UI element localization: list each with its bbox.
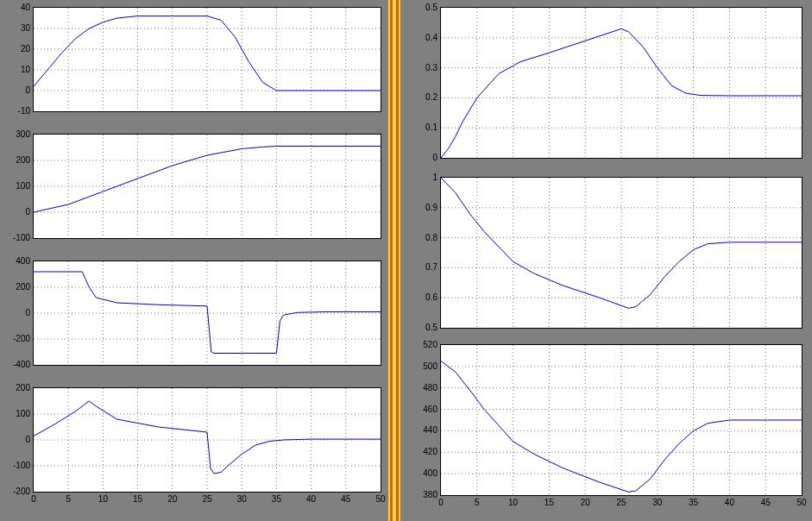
- axes-L4: -200-100010020005101520253035404550: [33, 387, 381, 493]
- xtick-label: 0: [23, 494, 44, 504]
- ytick-label: -400: [4, 360, 30, 369]
- axes-R1: 00.10.20.30.40.5: [440, 7, 803, 159]
- ytick-label: 0.8: [412, 233, 437, 242]
- xtick-label: 35: [683, 498, 704, 507]
- ytick-label: 200: [4, 282, 30, 292]
- xtick-label: 5: [58, 494, 79, 504]
- xtick-label: 0: [431, 498, 451, 507]
- ytick-label: 20: [4, 44, 30, 53]
- ytick-label: 10: [4, 65, 30, 74]
- xtick-label: 15: [538, 498, 559, 507]
- xtick-label: 20: [575, 498, 595, 507]
- xtick-label: 25: [611, 498, 632, 507]
- ytick-label: 0: [4, 435, 30, 444]
- ytick-label: 0.4: [412, 33, 437, 42]
- ytick-label: 30: [4, 23, 30, 33]
- xtick-label: 20: [162, 494, 183, 504]
- xtick-label: 45: [336, 494, 356, 504]
- xtick-label: 15: [128, 494, 148, 504]
- ytick-label: 400: [4, 256, 30, 266]
- ytick-label: -100: [4, 233, 30, 242]
- series-R3: [441, 361, 802, 493]
- ytick-label: 460: [412, 405, 437, 414]
- pane-divider: [388, 0, 400, 521]
- ytick-label: 0.6: [412, 292, 437, 302]
- axes-L1: -10010203040: [33, 7, 381, 112]
- right-pane: 00.10.20.30.40.50.50.60.70.80.9138040042…: [400, 0, 812, 521]
- series-R1: [441, 28, 802, 158]
- xtick-label: 50: [791, 498, 812, 507]
- ytick-label: 520: [412, 340, 437, 349]
- left-pane: -10010203040-1000100200300-400-200020040…: [0, 0, 388, 521]
- axes-L2: -1000100200300: [33, 134, 381, 239]
- ytick-label: 480: [412, 383, 437, 392]
- ytick-label: 200: [4, 155, 30, 165]
- ytick-label: -200: [4, 334, 30, 343]
- ytick-label: 400: [412, 468, 437, 478]
- ytick-label: -100: [4, 461, 30, 470]
- xtick-label: 35: [266, 494, 286, 504]
- ytick-label: 0.3: [412, 63, 437, 72]
- ytick-label: 0: [4, 308, 30, 317]
- xtick-label: 25: [197, 494, 217, 504]
- ytick-label: 100: [4, 181, 30, 191]
- ytick-label: 200: [4, 383, 30, 392]
- axes-R2: 0.50.60.70.80.91: [440, 177, 803, 329]
- ytick-label: 0.5: [412, 3, 437, 12]
- ytick-label: 0: [4, 207, 30, 217]
- ytick-label: 0: [412, 153, 437, 162]
- xtick-label: 40: [301, 494, 322, 504]
- xtick-label: 5: [467, 498, 488, 507]
- xtick-label: 45: [755, 498, 776, 507]
- ytick-label: 100: [4, 409, 30, 418]
- xtick-label: 30: [647, 498, 668, 507]
- ytick-label: -10: [4, 106, 30, 116]
- ytick-label: 0.2: [412, 92, 437, 102]
- xtick-label: 40: [719, 498, 740, 507]
- ytick-label: 300: [4, 129, 30, 139]
- xtick-label: 10: [503, 498, 524, 507]
- axes-R3: 3804004204404604805005200510152025303540…: [440, 344, 803, 496]
- ytick-label: 0.5: [412, 323, 437, 332]
- ytick-label: 0: [4, 85, 30, 95]
- xtick-label: 30: [231, 494, 252, 504]
- ytick-label: 500: [412, 361, 437, 371]
- xtick-label: 10: [92, 494, 113, 504]
- ytick-label: 40: [4, 3, 30, 12]
- ytick-label: 0.9: [412, 203, 437, 212]
- ytick-label: 1: [412, 173, 437, 182]
- axes-L3: -400-2000200400: [33, 260, 381, 366]
- ytick-label: 420: [412, 447, 437, 456]
- ytick-label: 0.7: [412, 262, 437, 272]
- ytick-label: 440: [412, 425, 437, 435]
- ytick-label: 0.1: [412, 122, 437, 132]
